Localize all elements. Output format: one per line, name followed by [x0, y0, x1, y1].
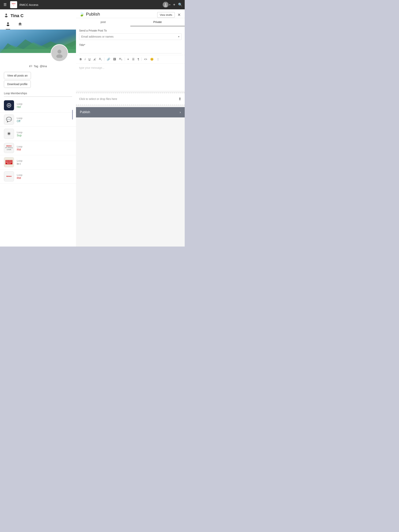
profile-name: Tina C [11, 13, 24, 18]
send-to-caret-icon: ▾ [178, 35, 180, 38]
send-to-input-wrap[interactable]: ▾ [79, 33, 182, 40]
file-drop-area[interactable]: Click to select or drop files here ⬆ [76, 93, 185, 105]
code-button[interactable]: <> [143, 57, 148, 61]
editor-placeholder: type your message... [79, 66, 104, 69]
avatar [163, 2, 168, 8]
loop-memberships-label: Loop Memberships [4, 92, 27, 95]
toolbar-divider [125, 57, 125, 61]
more-button[interactable]: ⋮ [155, 57, 161, 61]
svg-point-4 [7, 22, 9, 24]
loop-item[interactable]: ✳ Loop Sup [0, 127, 76, 141]
add-button[interactable]: + [173, 3, 175, 7]
loop-item-icon: RE/MAXof cherry creek [4, 143, 14, 153]
profile-tag-row: 🏷 Tag @tina [0, 64, 76, 71]
loop-item[interactable]: 💬 Loop Off [0, 113, 76, 127]
user-avatar-button[interactable]: ▾ [163, 2, 170, 8]
svg-point-10 [58, 50, 61, 54]
loop-divider [4, 96, 72, 97]
loop-item-sub: RM [17, 177, 22, 180]
main-area: Tina C [0, 9, 185, 247]
editor-area[interactable]: type your message... [76, 63, 185, 91]
hamburger-menu-button[interactable]: ☰ [2, 1, 8, 8]
loop-item-text: Loop Sup [17, 131, 22, 137]
profile-header: Tina C [0, 9, 76, 20]
publish-icon-title: 🍃 Publish [79, 12, 100, 17]
loop-item-name: Loop [17, 173, 22, 177]
close-button[interactable]: ✕ [177, 12, 182, 18]
app-title: RMCC Access [19, 3, 160, 6]
publish-btn-arrow-icon: › [180, 110, 181, 114]
view-all-posts-button[interactable]: View all posts an [4, 72, 31, 79]
title-section: Title* [76, 41, 185, 55]
svg-point-1 [164, 5, 167, 7]
toolbar-divider [142, 57, 142, 61]
loop-item-sub: Off [17, 120, 22, 123]
profile-tab-person[interactable] [6, 20, 10, 29]
loop-item[interactable]: Extra ExtraBREAKINGNews!! Loop In t [0, 155, 76, 169]
nav-right-actions: ▾ + 🔍 [163, 2, 182, 8]
bold-button[interactable]: B [78, 57, 83, 61]
link-button[interactable]: 🔗 [105, 57, 111, 61]
unordered-list-button[interactable]: ☰ [131, 57, 136, 61]
publish-btn-label: Publish [80, 110, 90, 114]
font-color-button[interactable]: A↓ [98, 57, 103, 62]
loop-item-text: Loop Off [17, 117, 22, 123]
tag-value: @tina [40, 65, 47, 68]
publish-header-right: View drafts ✕ [157, 12, 182, 18]
send-to-input[interactable] [81, 35, 178, 38]
loop-item-icon: Extra ExtraBREAKINGNews!! [4, 157, 14, 167]
send-to-section: Send a Private Post To ▾ [76, 26, 185, 41]
loop-item-sub: Hel [17, 105, 22, 108]
title-input[interactable] [79, 48, 182, 53]
paragraph-button[interactable]: ¶ [136, 57, 141, 61]
loop-item-icon: ✳ [4, 129, 14, 139]
emoji-button[interactable]: 😊 [149, 57, 155, 61]
loop-memberships-header: Loop Memberships [0, 89, 76, 96]
file-drop-text: Click to select or drop files here [79, 97, 117, 101]
font-size-button[interactable]: Ai [92, 57, 97, 62]
svg-marker-6 [18, 22, 22, 25]
avatar-caret-icon: ▾ [169, 4, 170, 6]
profile-user-icon [4, 13, 9, 19]
profile-panel: Tina C [0, 9, 76, 247]
title-label: Title* [79, 44, 182, 47]
publish-header-left: 🍃 Publish [79, 12, 100, 17]
publish-submit-button[interactable]: Publish › [76, 107, 185, 117]
profile-tab-home[interactable] [18, 20, 22, 29]
loop-item-name: Loop [17, 159, 22, 162]
ordered-list-button[interactable]: ≡ [126, 57, 130, 61]
loop-item-icon: 💬 [4, 114, 14, 125]
svg-point-5 [7, 25, 9, 26]
profile-avatar [51, 44, 68, 62]
loop-item[interactable]: Loop Hel [0, 98, 76, 113]
loop-item[interactable]: RE/MAXof cherry creek Loop RM [0, 141, 76, 155]
scroll-indicator [72, 110, 73, 120]
publish-panel: 🍃 Publish View drafts ✕ post Private Sen… [76, 9, 185, 247]
loop-item-text: Loop Hel [17, 102, 22, 108]
download-profile-button[interactable]: Download profile [4, 80, 31, 88]
loop-item-text: Loop In t [17, 159, 22, 165]
publish-tab-post[interactable]: post [76, 18, 130, 26]
publish-header: 🍃 Publish View drafts ✕ [76, 9, 185, 18]
app-logo: RE/MAX⌂ [10, 1, 17, 8]
editor-toolbar: B i U Ai A↓ 🔗 🖼 H+ ≡ ☰ ¶ <> 😊 ⋮ [76, 55, 185, 63]
svg-point-11 [56, 54, 63, 58]
image-button[interactable]: 🖼 [112, 57, 117, 61]
loop-item-name: Loop [17, 131, 22, 134]
loop-item-icon [4, 100, 14, 110]
publish-tabs: post Private [76, 18, 185, 26]
send-to-label: Send a Private Post To [79, 29, 182, 32]
search-button[interactable]: 🔍 [178, 3, 182, 7]
loop-item[interactable]: RE/MAX Loop RM [0, 169, 76, 184]
view-drafts-button[interactable]: View drafts [157, 12, 175, 18]
loop-item-sub: RM [17, 148, 22, 151]
underline-button[interactable]: U [87, 57, 92, 61]
heading-button[interactable]: H+ [118, 57, 124, 62]
tag-icon: 🏷 [29, 64, 32, 68]
publish-tab-private[interactable]: Private [130, 18, 185, 26]
profile-tabs [0, 20, 76, 30]
loop-item-name: Loop [17, 102, 22, 105]
top-navigation: ☰ RE/MAX⌂ RMCC Access ▾ + 🔍 [0, 0, 185, 9]
upload-icon: ⬆ [178, 97, 182, 101]
italic-button[interactable]: i [83, 57, 87, 61]
